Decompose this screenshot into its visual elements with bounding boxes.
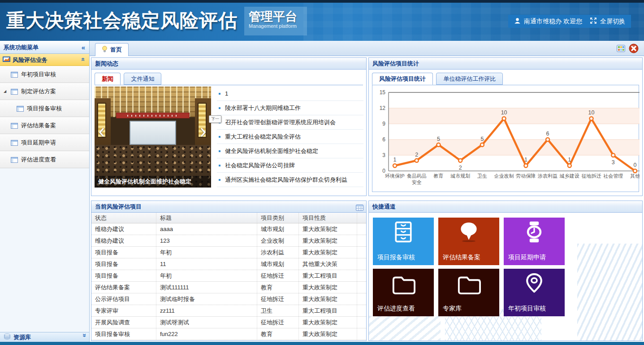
- svg-text:城乡建设: 城乡建设: [559, 173, 579, 179]
- user-button[interactable]: 南通市维稳办 欢迎您: [508, 15, 588, 28]
- table-cell: 卫生: [257, 305, 299, 316]
- projects-panel-title: 当前风险评估项目: [95, 203, 142, 210]
- news-list-item[interactable]: 陵水部署十八大期间维稳工作: [217, 101, 363, 115]
- table-cell: 重大政策制定: [299, 247, 357, 258]
- table-body: 维稳办建议aaaa城市规划重大政策制定维稳办建议123企业改制重大政策制定项目报…: [91, 223, 366, 340]
- tab-project-stats[interactable]: 风险评估项目统计: [372, 73, 433, 85]
- table-cell: 教育: [257, 282, 299, 293]
- carousel-photo-screen: [130, 121, 176, 145]
- sidebar-item[interactable]: ◢制定评估方案: [0, 83, 89, 100]
- bullet-icon: [219, 165, 220, 166]
- table-column-header[interactable]: 状态: [91, 213, 156, 223]
- table-column-header[interactable]: 标题: [156, 213, 257, 223]
- chevron-down-icon[interactable]: «: [79, 333, 87, 337]
- shortcut-tile[interactable]: 项目报备审核: [373, 218, 434, 265]
- news-list: 1陵水部署十八大期间维稳工作召开社会管理创新稳评管理系统应用培训会重大工程社会稳…: [217, 87, 363, 187]
- table-cell: 年初: [156, 270, 257, 281]
- table-cell: 重大工程项目: [299, 270, 357, 281]
- table-row[interactable]: 项目报备审核fun222教育重大政策制定: [91, 328, 366, 340]
- stats-tabs: 风险评估项目统计 单位稳评估工作评比: [372, 73, 504, 85]
- tab-unit-evaluation[interactable]: 单位稳评估工作评比: [436, 73, 503, 85]
- sidebar-item[interactable]: 评估结果备案: [0, 117, 89, 134]
- table-grid-icon[interactable]: [356, 203, 363, 214]
- bullet-icon: [219, 179, 220, 181]
- tree-expander-icon[interactable]: ◢: [4, 90, 6, 93]
- user-icon: [514, 17, 521, 26]
- sidebar-item-label: 项目延期申请: [21, 139, 56, 147]
- layout-grid-icon[interactable]: [617, 45, 625, 54]
- table-column-header[interactable]: 项目性质: [299, 213, 357, 223]
- table-cell: 重大政策制定: [299, 282, 357, 293]
- table-row[interactable]: 项目报备11城市规划其他重大决策: [91, 258, 366, 270]
- tab-news[interactable]: 新闻: [95, 73, 121, 85]
- table-row[interactable]: 开展风险调查测试呀测试征地拆迁重大政策制定: [91, 317, 366, 328]
- stats-panel-title: 风险评估项目统计: [372, 60, 419, 67]
- news-panel-title: 新闻动态: [95, 60, 118, 67]
- sidebar-item-label: 年初项目审核: [21, 70, 56, 79]
- sidebar-item[interactable]: 项目延期申请: [0, 134, 89, 151]
- bulb-icon: [102, 46, 108, 54]
- svg-text:3: 3: [382, 152, 385, 158]
- close-icon[interactable]: [629, 44, 639, 55]
- sidebar-item-label: 制定评估方案: [21, 87, 56, 96]
- shortcut-tile-label: 年初项目审核: [508, 305, 546, 313]
- app-subtitle: 管理平台: [249, 10, 303, 23]
- tab-home-label: 首页: [110, 46, 122, 54]
- carousel-next-icon[interactable]: [200, 128, 207, 138]
- shortcut-tile-label: 项目报备审核: [377, 253, 415, 262]
- table-cell: aaaa: [156, 223, 257, 235]
- tab-file-notice[interactable]: 文件通知: [124, 73, 161, 85]
- table-row[interactable]: 专家评审zz111卫生重大工程项目: [91, 305, 366, 317]
- sidebar-item[interactable]: 评估进度查看: [0, 151, 89, 168]
- news-list-item[interactable]: 通州区实施社会稳定风险评估保护群众切身利益: [217, 173, 363, 187]
- sidebar-accordion-risk-business[interactable]: 风险评估业务 «: [0, 54, 89, 66]
- sidebar-item[interactable]: 项目报备审核: [0, 100, 89, 117]
- table-row[interactable]: 项目报备年初征地拆迁重大工程项目: [91, 270, 366, 282]
- table-cell: 项目报备: [91, 270, 156, 281]
- svg-text:1: 1: [568, 157, 571, 163]
- tab-home[interactable]: 首页: [95, 43, 129, 56]
- table-row[interactable]: 维稳办建议123企业改制重大政策制定: [91, 235, 366, 247]
- sidebar-item[interactable]: 年初项目审核: [0, 66, 89, 83]
- table-column-header[interactable]: 项目类别: [257, 213, 299, 223]
- sidebar-collapse-icon[interactable]: «: [82, 41, 85, 54]
- news-list-item[interactable]: 重大工程社会稳定风险全评估: [217, 130, 363, 144]
- shortcut-tile[interactable]: 项目延期申请: [504, 218, 565, 265]
- app-root: 重大决策社会稳定风险评估 管理平台 Management platform 南通…: [0, 0, 644, 345]
- fullscreen-button[interactable]: 全屏切换: [584, 15, 631, 28]
- shortcut-tile[interactable]: 评估进度查看: [373, 269, 434, 316]
- carousel-photo-wall: [95, 98, 111, 152]
- table-row[interactable]: 项目报备年初涉农利益重大政策制定: [91, 247, 366, 258]
- news-list-item[interactable]: 召开社会管理创新稳评管理系统应用培训会: [217, 115, 363, 130]
- next-tooltip: 下一: [209, 115, 221, 123]
- table-cell: 其他重大决策: [299, 258, 357, 270]
- table-cell: 企业改制: [257, 235, 299, 246]
- shortcut-tile[interactable]: 年初项目审核: [504, 269, 565, 316]
- svg-text:5: 5: [480, 136, 484, 142]
- news-carousel[interactable]: 健全风险评估机制全面维护社会稳定: [95, 87, 211, 188]
- sidebar-accordion-resource-library[interactable]: 资源库 «: [0, 332, 89, 342]
- decorative-pattern: [577, 244, 642, 341]
- sidebar-item-label: 评估进度查看: [21, 156, 56, 164]
- main-tab-bar: 首页: [90, 41, 644, 56]
- table-cell: zz111: [156, 305, 257, 316]
- svg-text:其他: 其他: [630, 173, 640, 179]
- news-item-label: 1: [225, 90, 228, 97]
- news-item-label: 通州区实施社会稳定风险评估保护群众切身利益: [225, 176, 347, 184]
- chevron-up-icon[interactable]: «: [77, 57, 89, 61]
- table-cell: 城市规划: [257, 258, 299, 270]
- table-cell: 项目报备: [91, 258, 156, 270]
- folder-icon: [455, 271, 483, 297]
- news-panel: 新闻动态 新闻 文件通知 健全风险评估机制全面维护社会稳定 下一 1陵水部署十八…: [91, 57, 367, 196]
- news-list-item[interactable]: 社会稳定风险评估公司挂牌: [217, 158, 363, 173]
- news-list-item[interactable]: 健全风险评估机制全面维护社会稳定: [217, 144, 363, 158]
- table-row[interactable]: 公示评估项目测试临时报备征地拆迁重大政策制定: [91, 293, 366, 305]
- news-list-item[interactable]: 1: [217, 87, 363, 101]
- svg-text:2: 2: [459, 165, 462, 171]
- table-row[interactable]: 评估结果备案测试111111教育重大政策制定: [91, 282, 366, 293]
- carousel-prev-icon[interactable]: [98, 128, 105, 138]
- svg-text:6: 6: [382, 136, 385, 143]
- shortcut-tile[interactable]: 专家库: [438, 269, 499, 316]
- table-row[interactable]: 维稳办建议aaaa城市规划重大政策制定: [91, 223, 366, 235]
- shortcut-tile[interactable]: 评估结果备案: [438, 218, 499, 265]
